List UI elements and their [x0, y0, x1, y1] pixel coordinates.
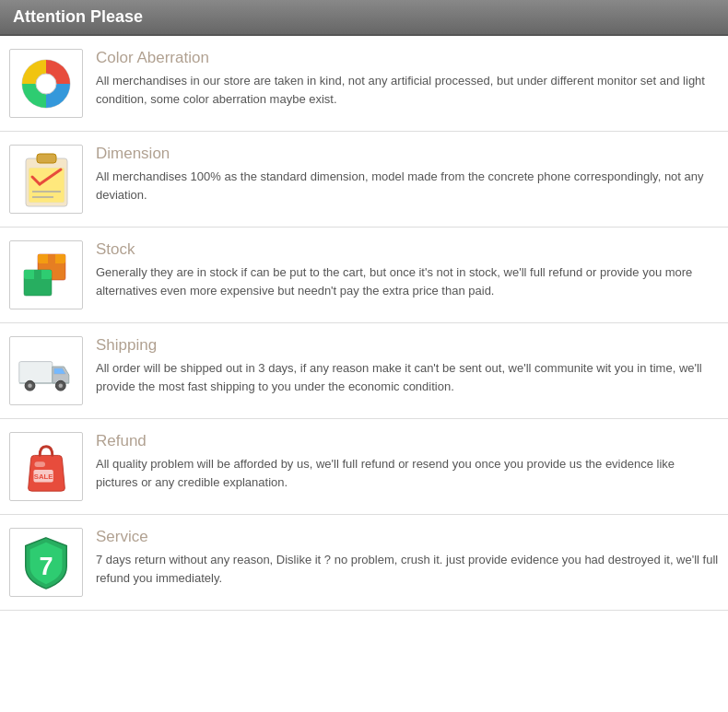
text-refund: Refund All quality problem will be affor…: [96, 432, 719, 491]
title-service: Service: [96, 528, 719, 546]
desc-shipping: All order will be shipped out in 3 days,…: [96, 359, 719, 395]
title-refund: Refund: [96, 432, 719, 450]
svg-rect-11: [48, 254, 55, 263]
svg-rect-14: [34, 270, 41, 279]
svg-text:SALE: SALE: [33, 472, 53, 480]
desc-stock: Generally they are in stock if can be pu…: [96, 263, 719, 299]
svg-text:7: 7: [39, 551, 53, 579]
text-dimension: Dimension All merchandises 100% as the s…: [96, 145, 719, 204]
svg-rect-15: [18, 362, 52, 383]
title-dimension: Dimension: [96, 145, 719, 163]
icon-dimension: [9, 145, 83, 214]
svg-point-18: [28, 383, 32, 388]
text-shipping: Shipping All order will be shipped out i…: [96, 336, 719, 395]
text-color-aberration: Color Aberration All merchandises in our…: [96, 49, 719, 108]
desc-service: 7 days return without any reason, Dislik…: [96, 551, 719, 587]
icon-service: 7: [9, 528, 83, 597]
svg-rect-21: [34, 461, 45, 467]
item-stock: Stock Generally they are in stock if can…: [0, 228, 728, 323]
item-dimension: Dimension All merchandises 100% as the s…: [0, 132, 728, 228]
header: Attention Please: [0, 0, 728, 36]
title-color-aberration: Color Aberration: [96, 49, 719, 67]
desc-color-aberration: All merchandises in our store are taken …: [96, 72, 719, 108]
title-shipping: Shipping: [96, 336, 719, 355]
svg-point-20: [58, 383, 63, 388]
desc-refund: All quality problem will be afforded by …: [96, 455, 719, 491]
text-stock: Stock Generally they are in stock if can…: [96, 240, 719, 299]
svg-rect-3: [37, 154, 56, 163]
item-color-aberration: Color Aberration All merchandises in our…: [0, 36, 728, 132]
desc-dimension: All merchandises 100% as the standard di…: [96, 168, 719, 204]
item-refund: SALE Refund All quality problem will be …: [0, 419, 728, 515]
icon-color-aberration: [9, 49, 83, 118]
icon-shipping: [9, 336, 83, 405]
header-title: Attention Please: [13, 7, 143, 26]
title-stock: Stock: [96, 240, 719, 259]
item-shipping: Shipping All order will be shipped out i…: [0, 323, 728, 419]
icon-stock: [9, 240, 83, 309]
svg-point-1: [36, 74, 56, 94]
text-service: Service 7 days return without any reason…: [96, 528, 719, 587]
icon-refund: SALE: [9, 432, 83, 501]
item-service: 7 Service 7 days return without any reas…: [0, 515, 728, 611]
